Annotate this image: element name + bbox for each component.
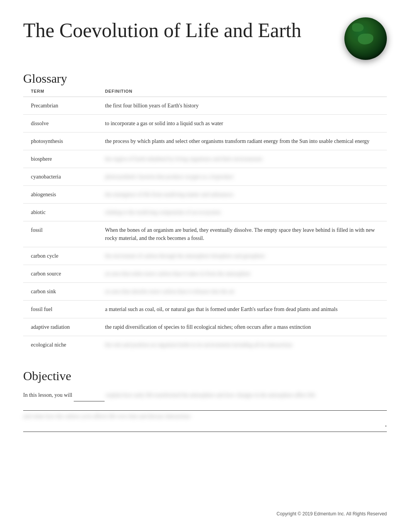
term-cell: fossil: [23, 221, 100, 247]
blurred-definition: an area that absorbs more carbon than it…: [105, 288, 234, 296]
glossary-table: TERM DEFINITION Precambrianthe first fou…: [23, 86, 387, 354]
table-row: ecological nichethe role and position an…: [23, 336, 387, 354]
table-row: photosynthesisthe process by which plant…: [23, 133, 387, 150]
table-row: abiogenesisthe emergence of life from no…: [23, 186, 387, 204]
objective-text: In this lesson, you will explain how ear…: [23, 389, 387, 432]
definition-cell: When the bones of an organism are buried…: [100, 221, 387, 247]
page-header: The Coevolution of Life and Earth: [23, 15, 387, 60]
page-footer: Copyright © 2019 Edmentum Inc. All Right…: [276, 511, 387, 517]
definition-cell: an area that absorbs more carbon than it…: [100, 283, 387, 301]
table-row: adaptive radiationthe rapid diversificat…: [23, 318, 387, 336]
definition-cell: the process by which plants and select o…: [100, 133, 387, 150]
blurred-definition: photosynthetic bacteria that produce oxy…: [105, 173, 234, 181]
table-row: fossil fuela material such as coal, oil,…: [23, 301, 387, 318]
blurred-definition: the movement of carbon through the atmos…: [105, 252, 265, 260]
table-row: carbon sinkan area that absorbs more car…: [23, 283, 387, 301]
blurred-definition: the region of Earth inhabited by living …: [105, 155, 263, 163]
table-row: Precambrianthe first four billion years …: [23, 97, 387, 115]
table-row: fossilWhen the bones of an organism are …: [23, 221, 387, 247]
table-row: biospherethe region of Earth inhabited b…: [23, 150, 387, 168]
term-cell: Precambrian: [23, 97, 100, 115]
definition-cell: relating to the nonliving components of …: [100, 204, 387, 221]
definition-cell: the first four billion years of Earth's …: [100, 97, 387, 115]
definition-cell: the movement of carbon through the atmos…: [100, 247, 387, 265]
table-header-row: TERM DEFINITION: [23, 86, 387, 97]
globe-icon: [344, 17, 387, 60]
objective-blank-start: [74, 394, 105, 401]
term-cell: ecological niche: [23, 336, 100, 354]
term-cell: carbon cycle: [23, 247, 100, 265]
term-cell: dissolve: [23, 115, 100, 133]
definition-cell: photosynthetic bacteria that produce oxy…: [100, 168, 387, 186]
term-cell: abiogenesis: [23, 186, 100, 204]
definition-cell: the rapid diversification of species to …: [100, 318, 387, 336]
objective-blurred-content: explain how early life transformed the a…: [106, 392, 315, 398]
blurred-definition: relating to the nonliving components of …: [105, 209, 221, 216]
objective-blurred-line2: and relate how the carbon cycle affects …: [23, 413, 191, 419]
term-cell: fossil fuel: [23, 301, 100, 318]
objective-title: Objective: [23, 369, 387, 383]
table-row: dissolveto incorporate a gas or solid in…: [23, 115, 387, 133]
table-row: cyanobacteriaphotosynthetic bacteria tha…: [23, 168, 387, 186]
objective-section: Objective In this lesson, you will expla…: [23, 369, 387, 432]
term-cell: biosphere: [23, 150, 100, 168]
definition-cell: the emergence of life from nonliving mat…: [100, 186, 387, 204]
objective-intro: In this lesson, you will: [23, 392, 72, 398]
page-title: The Coevolution of Life and Earth: [23, 19, 302, 41]
term-cell: cyanobacteria: [23, 168, 100, 186]
glossary-section: Glossary TERM DEFINITION Precambrianthe …: [23, 71, 387, 354]
col-term-header: TERM: [23, 86, 100, 97]
definition-cell: a material such as coal, oil, or natural…: [100, 301, 387, 318]
term-cell: adaptive radiation: [23, 318, 100, 336]
definition-cell: an area that emits more carbon than it t…: [100, 265, 387, 283]
table-row: carbon cyclethe movement of carbon throu…: [23, 247, 387, 265]
definition-cell: the region of Earth inhabited by living …: [100, 150, 387, 168]
table-row: abioticrelating to the nonliving compone…: [23, 204, 387, 221]
term-cell: carbon source: [23, 265, 100, 283]
copyright-text: Copyright © 2019 Edmentum Inc. All Right…: [276, 511, 387, 517]
blurred-definition: the role and position an organism holds …: [105, 341, 292, 349]
objective-underline-1: [23, 403, 387, 411]
objective-underline-2: [23, 424, 387, 432]
term-cell: carbon sink: [23, 283, 100, 301]
glossary-title: Glossary: [23, 71, 387, 86]
term-cell: abiotic: [23, 204, 100, 221]
definition-cell: the role and position an organism holds …: [100, 336, 387, 354]
definition-cell: to incorporate a gas or solid into a liq…: [100, 115, 387, 133]
table-row: carbon sourcean area that emits more car…: [23, 265, 387, 283]
term-cell: photosynthesis: [23, 133, 100, 150]
blurred-definition: an area that emits more carbon than it t…: [105, 270, 251, 278]
col-definition-header: DEFINITION: [100, 86, 387, 97]
blurred-definition: the emergence of life from nonliving mat…: [105, 191, 234, 199]
